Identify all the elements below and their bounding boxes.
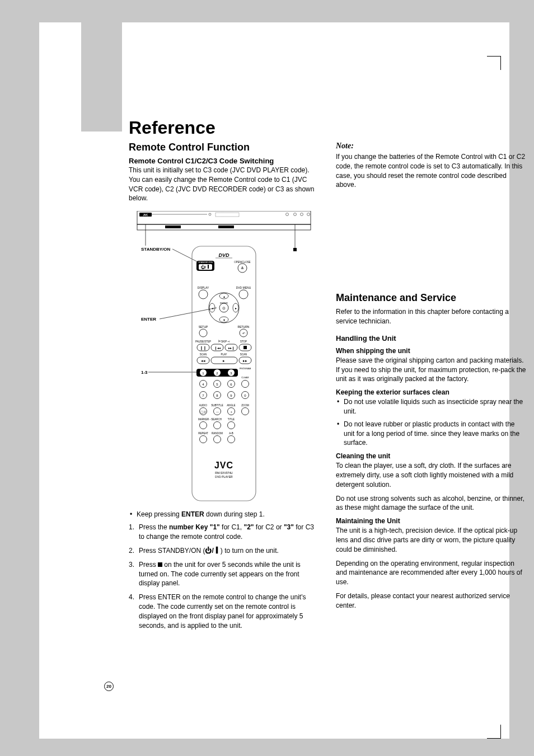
svg-text:REPEAT: REPEAT bbox=[198, 432, 208, 435]
svg-text:⊢ SKIP ⊣: ⊢ SKIP ⊣ bbox=[218, 340, 230, 343]
svg-text:▾: ▾ bbox=[223, 318, 225, 322]
svg-text:PROGRAM: PROGRAM bbox=[240, 367, 251, 370]
subheading-code-switching: Remote Control C1/C2/C3 Code Switching bbox=[129, 157, 319, 165]
svg-text:⏻/❙: ⏻/❙ bbox=[200, 265, 210, 270]
bullet-enter: Keep pressing ENTER down during step 1. bbox=[129, 510, 319, 519]
svg-point-116 bbox=[200, 436, 207, 443]
svg-point-49 bbox=[199, 329, 207, 337]
svg-text:OPEN/CLOSE: OPEN/CLOSE bbox=[234, 261, 250, 264]
heading-exterior: Keeping the exterior surfaces clean bbox=[336, 388, 526, 396]
svg-text:ENTER: ENTER bbox=[141, 317, 156, 322]
svg-rect-12 bbox=[218, 226, 234, 228]
svg-point-35 bbox=[239, 290, 248, 299]
svg-text:◂: ◂ bbox=[212, 307, 213, 310]
svg-text:5: 5 bbox=[216, 383, 218, 386]
svg-rect-5 bbox=[216, 213, 239, 217]
step-1: Press the number Key "1" for C1, "2" for… bbox=[129, 523, 319, 542]
svg-point-112 bbox=[228, 422, 235, 429]
exterior-bullet-1: Do not use volatile liquids such as inse… bbox=[336, 397, 526, 416]
svg-text:ENTER: ENTER bbox=[220, 302, 228, 304]
section-heading-maintenance: Maintenance and Service bbox=[336, 292, 526, 304]
svg-text:≜: ≜ bbox=[241, 266, 244, 270]
stop-icon bbox=[158, 562, 162, 567]
paragraph-cleaning-1: To clean the player, use a soft, dry clo… bbox=[336, 461, 526, 489]
svg-text:ZOOM: ZOOM bbox=[241, 404, 249, 407]
svg-point-118 bbox=[228, 436, 235, 443]
step-2: Press STANDBY/ON (⏻/❙) to turn on the un… bbox=[129, 546, 319, 556]
svg-text:STANDBY/ON: STANDBY/ON bbox=[141, 247, 171, 252]
svg-line-18 bbox=[160, 308, 217, 319]
svg-text:❙◂◂: ❙◂◂ bbox=[214, 346, 221, 350]
svg-text:MARKER - SEARCH: MARKER - SEARCH bbox=[198, 418, 222, 421]
svg-text:PLAY: PLAY bbox=[221, 353, 227, 356]
svg-point-107 bbox=[242, 408, 249, 415]
steps-list: Press the number Key "1" for C1, "2" for… bbox=[129, 523, 319, 630]
svg-point-88 bbox=[242, 381, 249, 388]
step-3: Press on the unit for over 5 seconds whi… bbox=[129, 560, 319, 588]
svg-rect-0 bbox=[137, 211, 311, 224]
svg-text:STOP: STOP bbox=[240, 340, 247, 343]
svg-point-4 bbox=[209, 213, 211, 215]
svg-text:▸: ▸ bbox=[235, 307, 237, 310]
svg-text:RM-SXV074U: RM-SXV074U bbox=[215, 471, 233, 475]
svg-text:JVC: JVC bbox=[214, 461, 233, 470]
note-text: If you change the batteries of the Remot… bbox=[336, 152, 526, 190]
maintenance-intro: Refer to the information in this chapter… bbox=[336, 307, 526, 326]
crop-mark-bottom-right bbox=[487, 722, 509, 739]
page-content: Reference Remote Control Function Remote… bbox=[129, 118, 526, 635]
heading-handling: Handling the Unit bbox=[336, 334, 526, 342]
svg-point-117 bbox=[214, 436, 221, 443]
exterior-bullets: Do not use volatile liquids such as inse… bbox=[336, 397, 526, 448]
svg-text:SUBTITLE: SUBTITLE bbox=[211, 404, 223, 407]
svg-point-7 bbox=[294, 213, 297, 216]
svg-text:AUDIO: AUDIO bbox=[199, 404, 208, 407]
svg-text:A-B: A-B bbox=[229, 432, 233, 435]
remote-diagram: JVC STANDBY/ON bbox=[129, 211, 319, 502]
left-gray-band bbox=[81, 22, 122, 132]
right-column: Note: If you change the batteries of the… bbox=[336, 142, 526, 635]
svg-text:6: 6 bbox=[230, 383, 232, 386]
svg-text:⊙: ⊙ bbox=[222, 306, 226, 310]
heading-shipping: When shipping the unit bbox=[336, 347, 526, 355]
svg-text:CLEAR: CLEAR bbox=[241, 376, 249, 379]
svg-text:SETUP: SETUP bbox=[199, 325, 208, 328]
svg-text:▸▸❙: ▸▸❙ bbox=[228, 346, 235, 350]
heading-cleaning: Cleaning the unit bbox=[336, 452, 526, 460]
svg-point-110 bbox=[200, 422, 207, 429]
svg-text:ANGLE: ANGLE bbox=[227, 404, 235, 407]
exterior-bullet-2: Do not leave rubber or plastic products … bbox=[336, 420, 526, 448]
svg-text:7: 7 bbox=[202, 394, 204, 397]
svg-text:▸▸: ▸▸ bbox=[243, 359, 247, 363]
svg-point-6 bbox=[286, 213, 289, 216]
svg-text:❙❙: ❙❙ bbox=[200, 346, 207, 350]
svg-text:SCAN: SCAN bbox=[240, 353, 247, 356]
svg-text:JVC: JVC bbox=[143, 214, 149, 217]
manual-page: Reference Remote Control Function Remote… bbox=[39, 22, 509, 739]
crop-mark-top-right bbox=[487, 56, 509, 73]
svg-text:DVD PLAYER: DVD PLAYER bbox=[215, 475, 233, 478]
svg-text:1-3: 1-3 bbox=[141, 370, 148, 375]
svg-rect-11 bbox=[165, 226, 181, 228]
heading-maintaining: Maintaining the Unit bbox=[336, 517, 526, 525]
note-label: Note: bbox=[336, 142, 526, 151]
svg-text:RETURN: RETURN bbox=[238, 325, 250, 328]
svg-text:SCAN: SCAN bbox=[200, 353, 207, 356]
paragraph-maintaining-3: For details, please contact your nearest… bbox=[336, 591, 526, 611]
paragraph-maintaining-1: The unit is a high-tech, precision devic… bbox=[336, 526, 526, 554]
pre-steps-bullets: Keep pressing ENTER down during step 1. bbox=[129, 510, 319, 519]
paragraph-shipping: Please save the original shipping carton… bbox=[336, 356, 526, 384]
svg-text:⋯: ⋯ bbox=[216, 410, 219, 414]
left-column: Remote Control Function Remote Control C… bbox=[129, 142, 319, 635]
svg-point-9 bbox=[307, 213, 310, 216]
svg-text:DVD MENU: DVD MENU bbox=[236, 286, 251, 289]
svg-text:↶: ↶ bbox=[242, 332, 245, 335]
svg-text:◂◂: ◂◂ bbox=[201, 359, 205, 363]
svg-point-111 bbox=[214, 422, 221, 429]
standby-icon: ⏻/❙ bbox=[205, 546, 220, 556]
svg-rect-63 bbox=[243, 346, 247, 349]
svg-text:◯)): ◯)) bbox=[200, 410, 206, 414]
svg-text:TITLE: TITLE bbox=[228, 418, 235, 421]
svg-text:▴: ▴ bbox=[223, 295, 225, 298]
intro-paragraph: This unit is initially set to C3 code (J… bbox=[129, 166, 319, 203]
section-heading-remote: Remote Control Function bbox=[129, 142, 319, 153]
